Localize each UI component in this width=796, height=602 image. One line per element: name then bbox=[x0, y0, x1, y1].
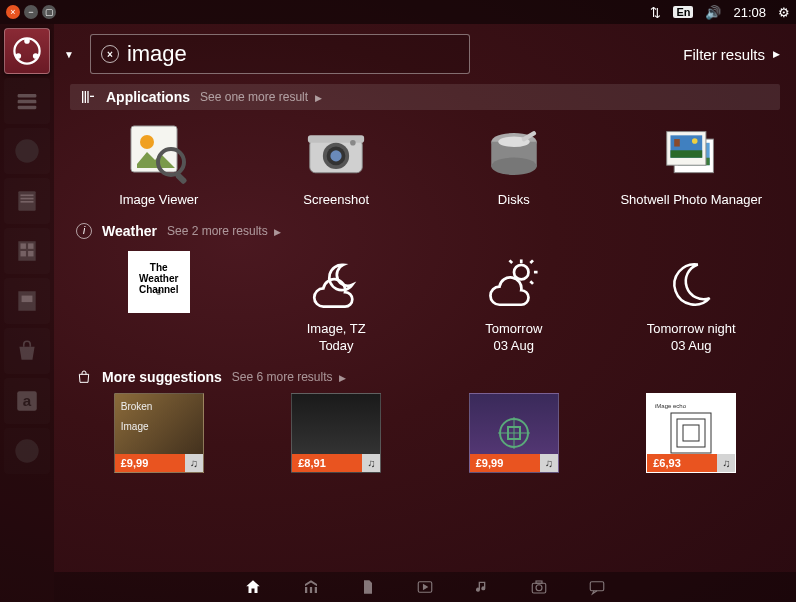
weather-tile[interactable]: Tomorrow03 Aug bbox=[425, 247, 603, 359]
filter-results-button[interactable]: Filter results ▶ bbox=[683, 46, 780, 63]
svg-point-34 bbox=[331, 150, 342, 161]
weather-tile[interactable]: Image, TZToday bbox=[248, 247, 426, 359]
svg-rect-11 bbox=[21, 201, 34, 203]
svg-rect-31 bbox=[308, 135, 364, 143]
weather-more[interactable]: See 2 more results ▶ bbox=[167, 224, 281, 238]
firefox-icon[interactable] bbox=[4, 128, 50, 174]
applications-title: Applications bbox=[106, 89, 190, 105]
window-controls: × − ▢ bbox=[6, 5, 56, 19]
applications-header[interactable]: Applications See one more result ▶ bbox=[70, 84, 780, 110]
indicator-area: ⇅ En 🔊 21:08 ⚙ bbox=[650, 5, 790, 20]
weather-title: Weather bbox=[102, 223, 157, 239]
app-tile[interactable]: Screenshot bbox=[248, 118, 426, 213]
svg-rect-22 bbox=[82, 91, 83, 103]
svg-rect-71 bbox=[590, 582, 604, 591]
moon-icon bbox=[659, 251, 723, 315]
music-note-icon: ♫ bbox=[717, 454, 735, 472]
applications-more[interactable]: See one more result ▶ bbox=[200, 90, 322, 104]
photos-lens[interactable] bbox=[530, 578, 548, 596]
dash-button[interactable] bbox=[4, 28, 50, 74]
writer-icon[interactable] bbox=[4, 178, 50, 224]
search-box[interactable]: × bbox=[90, 34, 470, 74]
music-note-icon: ♫ bbox=[185, 454, 203, 472]
svg-point-69 bbox=[536, 585, 542, 591]
software-center-icon[interactable] bbox=[4, 328, 50, 374]
amazon-icon[interactable]: a bbox=[4, 378, 50, 424]
suggestions-header[interactable]: More suggestions See 6 more results ▶ bbox=[70, 369, 780, 385]
svg-point-35 bbox=[350, 140, 356, 146]
suggestion-tile[interactable]: BrokenImage£9,99♫ bbox=[114, 393, 204, 473]
weather-line1: Tomorrow night bbox=[647, 321, 736, 338]
svg-rect-62 bbox=[677, 419, 705, 447]
svg-rect-24 bbox=[87, 91, 88, 103]
music-note-icon: ♫ bbox=[362, 454, 380, 472]
chevron-right-icon: ▶ bbox=[773, 49, 780, 59]
shotwell-icon bbox=[659, 122, 723, 186]
suggestion-tile[interactable]: £9,99♫ bbox=[469, 393, 559, 473]
weather-tile[interactable]: Tomorrow night03 Aug bbox=[603, 247, 781, 359]
window-close-button[interactable]: × bbox=[6, 5, 20, 19]
calc-icon[interactable] bbox=[4, 228, 50, 274]
svg-line-53 bbox=[530, 260, 533, 263]
svg-point-7 bbox=[15, 139, 38, 162]
svg-point-3 bbox=[16, 53, 22, 59]
svg-rect-4 bbox=[18, 94, 37, 98]
applications-icon bbox=[80, 89, 96, 105]
svg-rect-13 bbox=[21, 243, 26, 248]
network-icon[interactable]: ⇅ bbox=[650, 5, 661, 20]
svg-rect-18 bbox=[22, 296, 33, 303]
app-label: Screenshot bbox=[303, 192, 369, 209]
suggestion-tile[interactable]: £8,91♫ bbox=[291, 393, 381, 473]
weather-tile[interactable]: TheWeatherChannel® bbox=[70, 247, 248, 359]
app-tile[interactable]: Disks bbox=[425, 118, 603, 213]
window-maximize-button[interactable]: ▢ bbox=[42, 5, 56, 19]
music-lens[interactable] bbox=[474, 578, 490, 596]
info-icon[interactable]: i bbox=[76, 223, 92, 239]
files-icon[interactable] bbox=[4, 78, 50, 124]
keyboard-indicator[interactable]: En bbox=[673, 6, 693, 18]
applications-lens[interactable] bbox=[302, 578, 320, 596]
top-panel: × − ▢ ⇅ En 🔊 21:08 ⚙ bbox=[0, 0, 796, 24]
gear-icon[interactable]: ⚙ bbox=[778, 5, 790, 20]
cloud-sun-icon bbox=[482, 251, 546, 315]
home-lens[interactable] bbox=[244, 578, 262, 596]
app-tile[interactable]: Shotwell Photo Manager bbox=[603, 118, 781, 213]
svg-rect-6 bbox=[18, 106, 37, 110]
suggestions-more[interactable]: See 6 more results ▶ bbox=[232, 370, 346, 384]
search-input[interactable] bbox=[127, 41, 459, 67]
bag-icon bbox=[76, 369, 92, 385]
applications-grid: Image ViewerScreenshotDisksShotwell Phot… bbox=[70, 118, 780, 213]
music-note-icon: ♫ bbox=[540, 454, 558, 472]
svg-rect-66 bbox=[315, 587, 317, 593]
weather-line2: 03 Aug bbox=[494, 338, 535, 355]
video-lens[interactable] bbox=[416, 578, 434, 596]
clock[interactable]: 21:08 bbox=[733, 5, 766, 20]
weather-line1: Image, TZ bbox=[307, 321, 366, 338]
sound-icon[interactable]: 🔊 bbox=[705, 5, 721, 20]
window-minimize-button[interactable]: − bbox=[24, 5, 38, 19]
launcher-item[interactable] bbox=[4, 428, 50, 474]
svg-point-38 bbox=[491, 158, 537, 176]
files-lens[interactable] bbox=[360, 578, 376, 596]
svg-rect-16 bbox=[28, 251, 33, 256]
svg-point-49 bbox=[692, 138, 698, 144]
dropdown-caret-icon[interactable]: ▼ bbox=[64, 49, 74, 60]
svg-rect-65 bbox=[310, 587, 312, 593]
social-lens[interactable] bbox=[588, 578, 606, 596]
weather-line2: Today bbox=[319, 338, 354, 355]
weather-header[interactable]: i Weather See 2 more results ▶ bbox=[70, 223, 780, 239]
weather-grid: TheWeatherChannel®Image, TZTodayTomorrow… bbox=[70, 247, 780, 359]
svg-point-27 bbox=[140, 135, 154, 149]
filter-label: Filter results bbox=[683, 46, 765, 63]
svg-rect-63 bbox=[683, 425, 699, 441]
disks-icon bbox=[482, 122, 546, 186]
cloud-moon-icon bbox=[304, 251, 368, 315]
clear-search-icon[interactable]: × bbox=[101, 45, 119, 63]
impress-icon[interactable] bbox=[4, 278, 50, 324]
svg-point-21 bbox=[15, 439, 38, 462]
suggestion-tile[interactable]: iMage echo£6,93♫ bbox=[646, 393, 736, 473]
svg-line-54 bbox=[530, 281, 533, 284]
screenshot-icon bbox=[304, 122, 368, 186]
svg-rect-23 bbox=[85, 91, 86, 103]
app-tile[interactable]: Image Viewer bbox=[70, 118, 248, 213]
